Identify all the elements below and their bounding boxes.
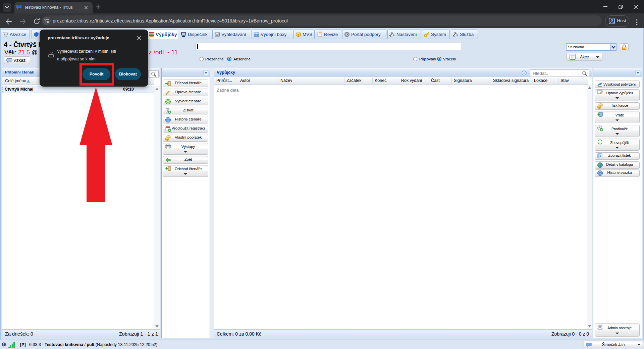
svg-text:?: ? xyxy=(346,33,348,36)
